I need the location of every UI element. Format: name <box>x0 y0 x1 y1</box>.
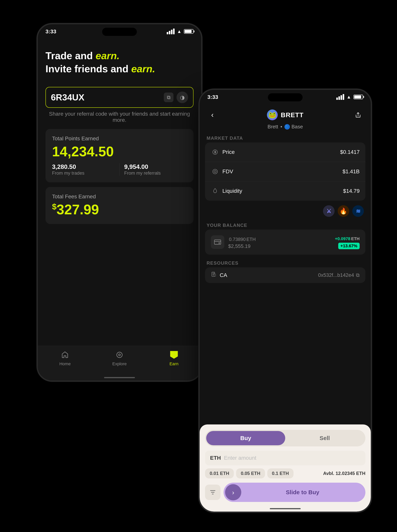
balance-section-label: YOUR BALANCE <box>200 220 371 229</box>
earn-hero-line2: Invite friends and earn. <box>45 62 193 75</box>
battery-icon-2 <box>354 95 363 99</box>
earn-label: Earn <box>169 361 178 366</box>
buy-sell-tabs: Buy Sell <box>205 430 365 446</box>
fdv-label: FDV <box>222 168 342 175</box>
copy-ca-icon[interactable]: ⧉ <box>356 272 360 278</box>
fdv-row: FDV $1.41B <box>205 162 365 181</box>
dynamic-island-1 <box>102 28 137 36</box>
balance-eth-amount: 0.73890ETH <box>228 235 334 242</box>
svg-point-0 <box>117 352 122 358</box>
sell-tab[interactable]: Sell <box>285 431 364 445</box>
chain-name: Base <box>292 124 303 130</box>
total-points-label: Total Points Earned <box>52 136 187 142</box>
ca-value-row: 0x532f...b142e4 ⧉ <box>235 272 360 278</box>
slide-to-buy-button[interactable]: › Slide to Buy <box>223 483 365 502</box>
wallet-icon <box>211 235 224 249</box>
slide-circle: › <box>225 484 241 500</box>
price-row: Price $0.1417 <box>205 142 365 162</box>
price-icon <box>211 148 219 156</box>
token-emoji: 🐸 <box>268 111 276 119</box>
balance-change: +0.0978ETH +13.67% <box>334 235 360 249</box>
fdv-icon <box>211 167 219 176</box>
trade-settings-button[interactable] <box>205 485 220 500</box>
fdv-value: $1.41B <box>342 168 360 175</box>
enter-amount-placeholder: Enter amount <box>224 455 360 461</box>
fees-value: 327.99 <box>56 202 99 217</box>
wifi-icon-1: ▲ <box>177 29 181 34</box>
price-value: $0.1417 <box>340 149 360 155</box>
wifi-icon-2: ▲ <box>347 94 351 100</box>
token-avatar: 🐸 <box>267 110 278 120</box>
referral-box[interactable]: 6R34UX ⧉ ◑ <box>45 87 193 108</box>
battery-icon-1 <box>184 29 193 34</box>
phone-earn-screen: 3:33 ▲ <box>37 23 202 382</box>
price-label: Price <box>222 149 340 155</box>
nav-earn[interactable]: Earn <box>147 350 201 366</box>
total-points-value: 14,234.50 <box>52 144 187 159</box>
ca-label: CA <box>220 272 235 278</box>
eth-value: 0.73890 <box>229 237 246 242</box>
dex-icon-2[interactable]: 🔥 <box>338 205 349 217</box>
home-indicator-2 <box>270 508 301 509</box>
resources-section-label: RESOURCES <box>200 258 371 267</box>
amount-input-row[interactable]: ETH Enter amount <box>205 451 365 465</box>
total-fees-card: Total Fees Earned $327.99 <box>45 187 193 224</box>
token-header: ‹ 🐸 BRETT <box>200 105 371 123</box>
token-name: BRETT <box>281 111 304 119</box>
stats-divider <box>119 163 120 176</box>
status-icons-2: ▲ <box>336 94 363 100</box>
nav-home[interactable]: Home <box>38 350 92 366</box>
earn-hero: Trade and earn. Invite friends and earn. <box>45 43 193 79</box>
token-subtitle: Brett • 🔵 Base <box>200 123 371 133</box>
bottom-nav-1: Home Explore Earn <box>38 346 201 380</box>
points-breakdown: 3,280.50 From my trades 9,954.00 From my… <box>52 163 187 176</box>
earn-flag-shape <box>170 351 178 359</box>
quick-amount-1[interactable]: 0.01 ETH <box>205 468 234 478</box>
home-indicator-1 <box>104 377 135 378</box>
total-fees-amount: $327.99 <box>52 202 187 217</box>
chain-icon: 🔵 <box>285 124 290 130</box>
buy-tab[interactable]: Buy <box>206 431 285 445</box>
dex-icon-1[interactable]: ⚔ <box>323 205 335 217</box>
token-title-group: 🐸 BRETT <box>218 110 352 120</box>
liquidity-label: Liquidity <box>222 188 343 194</box>
share-toggle[interactable]: ◑ <box>177 92 188 103</box>
status-icons-1: ▲ <box>167 29 193 34</box>
bottom-panel: Buy Sell ETH Enter amount 0.01 ETH 0.05 … <box>200 424 371 512</box>
svg-point-6 <box>218 242 220 244</box>
balance-usd: $2,555.19 <box>228 243 334 249</box>
quick-amount-3[interactable]: 0.1 ETH <box>267 468 293 478</box>
avbl-value: 12.02345 ETH <box>335 471 365 476</box>
liquidity-value: $14.79 <box>343 188 360 194</box>
referral-code: 6R34UX <box>51 92 161 103</box>
signal-icon-1 <box>167 29 175 34</box>
fees-dollar-sign: $ <box>52 202 56 211</box>
market-data-section-label: MARKET DATA <box>200 133 371 142</box>
slide-to-buy-row: › Slide to Buy <box>205 483 365 502</box>
svg-rect-5 <box>214 240 221 244</box>
eth-unit: ETH <box>247 237 256 242</box>
quick-amount-2[interactable]: 0.05 ETH <box>236 468 265 478</box>
back-button[interactable]: ‹ <box>207 109 218 121</box>
balance-card: 0.73890ETH $2,555.19 +0.0978ETH +13.67% <box>205 229 365 255</box>
from-trades-value: 3,280.50 <box>52 163 115 170</box>
dex-icon-3[interactable]: ≋ <box>352 205 364 217</box>
copy-icon[interactable]: ⧉ <box>164 93 174 102</box>
balance-change-eth: +0.0978ETH <box>334 235 360 241</box>
hero-italic-1: earn. <box>96 50 119 61</box>
market-data-card: Price $0.1417 FDV $1.41B <box>205 142 365 201</box>
svg-rect-8 <box>214 274 216 276</box>
explore-icon <box>114 350 124 360</box>
ca-icon <box>211 272 217 279</box>
nav-explore[interactable]: Explore <box>92 350 147 366</box>
liquidity-row: Liquidity $14.79 <box>205 181 365 201</box>
hero-italic-2: earn. <box>131 63 155 74</box>
dex-icons-row: ⚔ 🔥 ≋ <box>200 204 371 220</box>
earn-hero-line1: Trade and earn. <box>45 49 193 62</box>
from-referrals-label: From my referrals <box>124 170 187 176</box>
from-referrals: 9,954.00 From my referrals <box>124 163 187 176</box>
from-referrals-value: 9,954.00 <box>124 163 187 170</box>
balance-change-pct: +13.67% <box>338 243 360 249</box>
share-button[interactable] <box>352 109 364 121</box>
quick-amounts: 0.01 ETH 0.05 ETH 0.1 ETH Avbl. 12.02345… <box>205 468 365 478</box>
